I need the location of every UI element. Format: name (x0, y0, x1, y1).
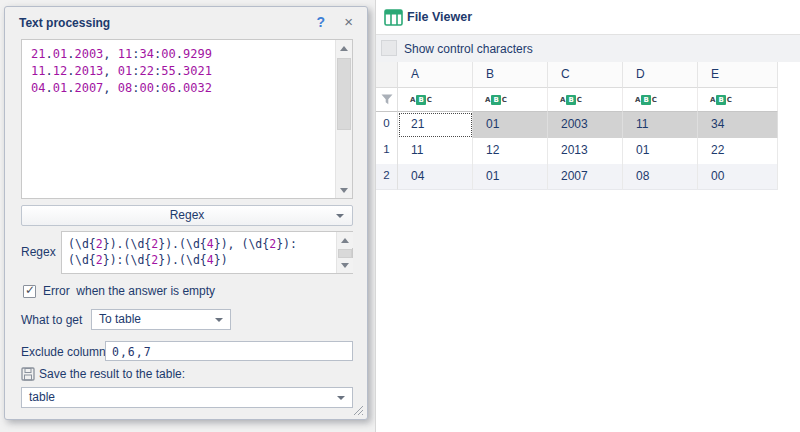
table-row: 1 11 12 2013 01 22 (376, 138, 800, 164)
table-cell[interactable]: 01 (473, 112, 548, 138)
what-to-get-select[interactable]: To table (91, 309, 231, 330)
table-cell[interactable]: 01 (473, 164, 548, 190)
save-icon (21, 367, 35, 381)
string-type-icon: ABC (410, 95, 432, 105)
table-cell[interactable]: 08 (623, 164, 698, 190)
column-type-cell[interactable]: ABC (473, 88, 548, 112)
table-cell[interactable]: 22 (698, 138, 778, 164)
table-cell[interactable]: 00 (698, 164, 778, 190)
string-type-icon: ABC (710, 95, 732, 105)
regex-pattern: (\d{2}).(\d{2}).(\d{4}), (\d{2}):(\d{2})… (68, 236, 332, 268)
grid-header-row: A B C D E (376, 62, 800, 88)
grid-corner-cell (376, 62, 398, 88)
regex-scrollbar[interactable] (336, 232, 352, 273)
regex-field-label: Regex (21, 245, 56, 259)
sample-line: 04.01.2007, 08:00:06.0032 (31, 80, 330, 97)
column-header[interactable]: A (398, 62, 473, 88)
resize-grip[interactable] (351, 403, 364, 416)
column-type-cell[interactable]: ABC (623, 88, 698, 112)
scroll-up-icon[interactable] (337, 232, 353, 248)
table-cell[interactable]: 21 (398, 112, 473, 138)
close-icon[interactable]: × (344, 13, 353, 30)
column-header[interactable]: D (623, 62, 698, 88)
row-header[interactable]: 2 (376, 164, 398, 190)
error-checkbox[interactable]: ✓ (23, 285, 36, 298)
string-type-icon: ABC (485, 95, 507, 105)
sample-text: 21.01.2003, 11:34:00.929911.12.2013, 01:… (31, 46, 330, 97)
string-type-icon: ABC (635, 95, 657, 105)
scroll-thumb[interactable] (338, 249, 352, 258)
table-cell[interactable]: 2007 (548, 164, 623, 190)
save-row: Save the result to the table: (21, 367, 185, 381)
sample-scrollbar[interactable] (335, 40, 352, 198)
error-checkbox-label: Error when the answer is empty (43, 284, 215, 298)
row-header[interactable]: 0 (376, 112, 398, 138)
sample-line: 21.01.2003, 11:34:00.9299 (31, 46, 330, 63)
sample-text-area[interactable]: 21.01.2003, 11:34:00.929911.12.2013, 01:… (21, 39, 353, 199)
table-cell[interactable]: 04 (398, 164, 473, 190)
save-table-select[interactable]: table (21, 387, 353, 408)
table-cell[interactable]: 01 (623, 138, 698, 164)
what-to-get-value: To table (99, 312, 141, 326)
table-row: 0 21 01 2003 11 34 (376, 112, 800, 138)
chevron-down-icon (215, 318, 223, 322)
error-checkbox-row[interactable]: ✓ Error when the answer is empty (23, 284, 215, 298)
file-viewer-title: File Viewer (407, 10, 472, 24)
screen: Text processing ? × 21.01.2003, 11:34:00… (0, 0, 800, 432)
viewer-controls-bar: Show control characters (376, 35, 800, 62)
scroll-thumb[interactable] (337, 58, 351, 130)
column-type-cell[interactable]: ABC (548, 88, 623, 112)
save-label: Save the result to the table: (39, 367, 185, 381)
scroll-down-icon[interactable] (337, 258, 353, 273)
exclude-columns-label: Exclude columns (21, 345, 112, 359)
table-cell[interactable]: 12 (473, 138, 548, 164)
row-header[interactable]: 1 (376, 138, 398, 164)
sample-line: 11.12.2013, 01:22:55.3021 (31, 63, 330, 80)
mode-selector-button[interactable]: Regex (21, 205, 353, 226)
mode-selector-label: Regex (170, 208, 205, 222)
table-cell[interactable]: 11 (623, 112, 698, 138)
help-icon[interactable]: ? (316, 14, 325, 30)
what-to-get-label: What to get (21, 313, 82, 327)
regex-input[interactable]: (\d{2}).(\d{2}).(\d{4}), (\d{2}):(\d{2})… (61, 231, 353, 274)
check-icon: ✓ (25, 283, 35, 297)
chevron-down-icon (337, 396, 345, 400)
grid-filter-row: ABC ABC ABC ABC ABC (376, 88, 800, 112)
scroll-down-icon[interactable] (336, 182, 352, 198)
data-grid: A B C D E ABC ABC ABC ABC ABC (376, 62, 800, 190)
exclude-columns-input[interactable]: 0,6,7 (105, 341, 353, 361)
filter-cell[interactable] (376, 88, 398, 112)
chevron-down-icon (336, 214, 344, 218)
regex-line: (\d{2}).(\d{2}).(\d{4}), (\d{2}): (68, 236, 332, 252)
table-icon (384, 9, 403, 26)
dialog-title: Text processing (19, 16, 110, 30)
column-type-cell[interactable]: ABC (698, 88, 778, 112)
table-cell[interactable]: 11 (398, 138, 473, 164)
column-header[interactable]: C (548, 62, 623, 88)
save-table-value: table (29, 390, 55, 404)
regex-line: (\d{2}):(\d{2}).(\d{4}) (68, 252, 332, 268)
show-control-characters-checkbox[interactable] (381, 40, 397, 56)
table-cell[interactable]: 2003 (548, 112, 623, 138)
table-cell[interactable]: 34 (698, 112, 778, 138)
scroll-up-icon[interactable] (336, 40, 352, 56)
funnel-icon (381, 94, 393, 105)
table-row: 2 04 01 2007 08 00 (376, 164, 800, 190)
column-header[interactable]: E (698, 62, 778, 88)
string-type-icon: ABC (560, 95, 582, 105)
file-viewer-panel: File Viewer Show control characters A B … (375, 0, 800, 432)
table-cell[interactable]: 2013 (548, 138, 623, 164)
column-header[interactable]: B (473, 62, 548, 88)
text-processing-dialog: Text processing ? × 21.01.2003, 11:34:00… (4, 6, 368, 420)
file-viewer-header: File Viewer (376, 0, 800, 35)
show-control-characters-label: Show control characters (404, 42, 533, 56)
column-type-cell[interactable]: ABC (398, 88, 473, 112)
